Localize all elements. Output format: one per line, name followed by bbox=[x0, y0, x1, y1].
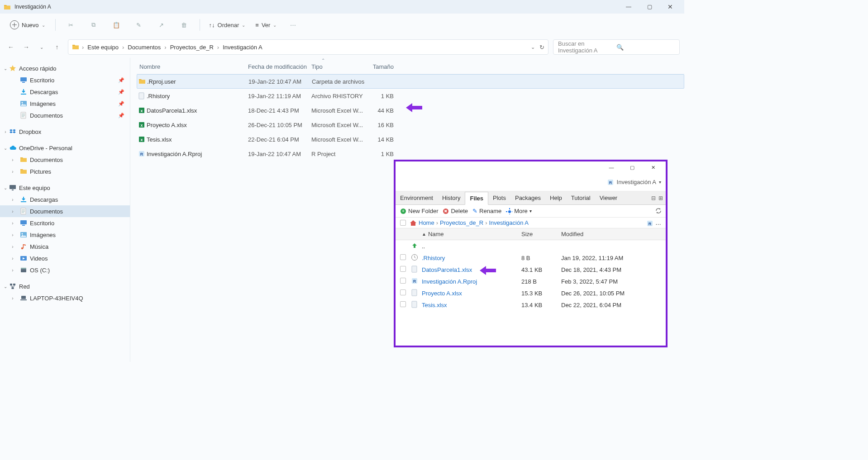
chevron-right-icon[interactable]: › bbox=[3, 129, 8, 134]
sidebar-item-imagenes[interactable]: Imágenes📌 bbox=[0, 98, 130, 109]
chevron-right-icon[interactable]: › bbox=[10, 244, 15, 249]
crumb[interactable]: Proyectos_de_R bbox=[169, 44, 215, 51]
sidebar-item-musica[interactable]: ›Música bbox=[0, 241, 130, 252]
col-name[interactable]: Nombre bbox=[137, 63, 248, 70]
sidebar-item-descargas2[interactable]: ›Descargas bbox=[0, 194, 130, 205]
file-row[interactable]: Investigación A.Rproj19-Jan-22 10:47 AMR… bbox=[137, 147, 684, 161]
file-name[interactable]: .Rhistory bbox=[422, 255, 445, 261]
close-button[interactable]: ✕ bbox=[643, 162, 663, 172]
more-button[interactable]: ⋯ bbox=[283, 17, 303, 33]
crumb[interactable]: Este equipo bbox=[86, 44, 119, 51]
file-name[interactable]: Investigación A.Rproj bbox=[422, 278, 477, 285]
tab-help[interactable]: Help bbox=[545, 192, 567, 204]
chevron-right-icon[interactable]: › bbox=[10, 221, 15, 226]
row-checkbox[interactable] bbox=[400, 254, 406, 260]
minimize-button[interactable]: — bbox=[618, 0, 639, 13]
forward-button[interactable]: → bbox=[20, 41, 33, 53]
sidebar-item-escritorio2[interactable]: ›Escritorio bbox=[0, 217, 130, 229]
crumb[interactable]: Documentos bbox=[127, 44, 162, 51]
rproj-icon[interactable] bbox=[646, 220, 653, 226]
sidebar-item-documentos[interactable]: Documentos📌 bbox=[0, 109, 130, 121]
chevron-right-icon[interactable]: › bbox=[10, 232, 15, 237]
col-modified[interactable]: Modified bbox=[561, 231, 661, 237]
chevron-down-icon[interactable]: ⌄ bbox=[3, 185, 8, 190]
share-button[interactable]: ↗ bbox=[152, 17, 172, 33]
up-button[interactable]: ↑ bbox=[51, 41, 63, 53]
sidebar-item-escritorio[interactable]: Escritorio📌 bbox=[0, 74, 130, 86]
file-name[interactable]: Tesis.xlsx bbox=[422, 302, 447, 308]
row-checkbox[interactable] bbox=[400, 278, 406, 284]
col-size[interactable]: Tamaño bbox=[365, 63, 396, 70]
refresh-button[interactable]: ↻ bbox=[539, 44, 544, 51]
delete-button[interactable]: 🗑 bbox=[174, 17, 194, 33]
chevron-right-icon[interactable]: › bbox=[10, 296, 15, 301]
sidebar-item-imagenes2[interactable]: ›Imágenes bbox=[0, 229, 130, 241]
chevron-down-icon[interactable]: ⌄ bbox=[3, 284, 8, 289]
select-all-checkbox[interactable] bbox=[400, 220, 406, 226]
back-button[interactable]: ← bbox=[5, 41, 17, 53]
chevron-right-icon[interactable]: › bbox=[10, 169, 15, 174]
maximize-pane-icon[interactable]: ⊞ bbox=[658, 195, 663, 201]
sidebar-item-onedrive-pics[interactable]: ›Pictures bbox=[0, 166, 130, 177]
chevron-right-icon[interactable]: › bbox=[10, 256, 15, 261]
file-row[interactable]: .Rhistory19-Jan-22 11:19 AMArchivo RHIST… bbox=[137, 89, 684, 103]
tab-files[interactable]: Files bbox=[465, 192, 488, 205]
crumb[interactable]: Investigación A bbox=[489, 219, 529, 226]
tab-packages[interactable]: Packages bbox=[510, 192, 545, 204]
col-size[interactable]: Size bbox=[521, 231, 561, 237]
sidebar-network[interactable]: ⌄Red bbox=[0, 280, 130, 292]
delete-button[interactable]: ✖Delete bbox=[443, 208, 468, 214]
chevron-right-icon[interactable]: › bbox=[10, 268, 15, 273]
col-date[interactable]: Fecha de modificación bbox=[248, 63, 311, 70]
file-row[interactable]: Proyecto A.xlsx26-Dec-21 10:05 PMMicroso… bbox=[137, 118, 684, 132]
sidebar-item-onedrive-docs[interactable]: ›Documentos bbox=[0, 154, 130, 166]
view-dropdown[interactable]: ≡ Ver ⌄ bbox=[252, 20, 280, 30]
rename-button[interactable]: ✎ bbox=[129, 17, 149, 33]
sidebar-item-documentos2[interactable]: ›Documentos bbox=[0, 205, 130, 217]
parent-dir-row[interactable]: .. bbox=[396, 240, 666, 252]
tab-plots[interactable]: Plots bbox=[488, 192, 510, 204]
recent-button[interactable]: ⌄ bbox=[35, 41, 48, 53]
chevron-right-icon[interactable]: › bbox=[10, 197, 15, 202]
minimize-pane-icon[interactable]: ⊟ bbox=[651, 195, 656, 201]
row-checkbox[interactable] bbox=[400, 301, 406, 307]
file-row[interactable]: .Rproj.user19-Jan-22 10:47 AMCarpeta de … bbox=[137, 74, 684, 89]
rename-button[interactable]: ✎Rename bbox=[472, 208, 501, 214]
chevron-down-icon[interactable]: ⌄ bbox=[3, 146, 8, 151]
maximize-button[interactable]: ▢ bbox=[639, 0, 660, 13]
sidebar-onedrive[interactable]: ⌄OneDrive - Personal bbox=[0, 142, 130, 154]
row-checkbox[interactable] bbox=[400, 289, 406, 295]
file-name[interactable]: DatosParcela1.xlsx bbox=[422, 266, 472, 273]
tab-viewer[interactable]: Viewer bbox=[595, 192, 622, 204]
row-checkbox[interactable] bbox=[400, 266, 406, 272]
refresh-button[interactable] bbox=[655, 207, 661, 215]
chevron-right-icon[interactable]: › bbox=[10, 157, 15, 162]
crumb[interactable]: Investigación A bbox=[222, 44, 263, 51]
sidebar-item-laptop[interactable]: ›LAPTOP-43HEIV4Q bbox=[0, 292, 130, 304]
file-row[interactable]: Tesis.xlsx22-Dec-21 6:04 PMMicrosoft Exc… bbox=[137, 132, 684, 147]
chevron-down-icon[interactable]: ▾ bbox=[659, 180, 661, 185]
new-button[interactable]: Nuevo ⌄ bbox=[5, 19, 50, 31]
sidebar-dropbox[interactable]: ›Dropbox bbox=[0, 126, 130, 138]
rstudio-file-row[interactable]: Tesis.xlsx13.4 KBDec 22, 2021, 6:04 PM bbox=[396, 299, 666, 311]
sidebar-quick-access[interactable]: ⌄ Acceso rápido bbox=[0, 62, 130, 74]
crumb[interactable]: Proyectos_de_R bbox=[440, 219, 483, 226]
maximize-button[interactable]: ▢ bbox=[622, 162, 642, 172]
sort-dropdown[interactable]: ↑↓ Ordenar ⌄ bbox=[205, 20, 249, 30]
chevron-down-icon[interactable]: ⌄ bbox=[531, 44, 535, 50]
cut-button[interactable]: ✂ bbox=[61, 17, 81, 33]
minimize-button[interactable]: — bbox=[601, 162, 621, 172]
rstudio-file-row[interactable]: DatosParcela1.xlsx43.1 KBDec 18, 2021, 4… bbox=[396, 264, 666, 275]
project-name[interactable]: Investigación A bbox=[617, 179, 656, 185]
search-box[interactable]: Buscar en Investigación A 🔍 bbox=[553, 39, 680, 55]
rstudio-file-row[interactable]: .Rhistory8 BJan 19, 2022, 11:19 AM bbox=[396, 252, 666, 264]
chevron-right-icon[interactable]: › bbox=[10, 209, 15, 214]
tab-history[interactable]: History bbox=[438, 192, 465, 204]
address-bar[interactable]: › Este equipo › Documentos › Proyectos_d… bbox=[68, 39, 548, 55]
tab-environment[interactable]: Environment bbox=[396, 192, 438, 204]
sidebar-item-videos[interactable]: ›Videos bbox=[0, 252, 130, 264]
chevron-down-icon[interactable]: ⌄ bbox=[3, 66, 8, 71]
rstudio-file-row[interactable]: Investigación A.Rproj218 BFeb 3, 2022, 5… bbox=[396, 275, 666, 287]
more-path-button[interactable]: … bbox=[655, 219, 661, 226]
new-folder-button[interactable]: +New Folder bbox=[400, 208, 438, 214]
